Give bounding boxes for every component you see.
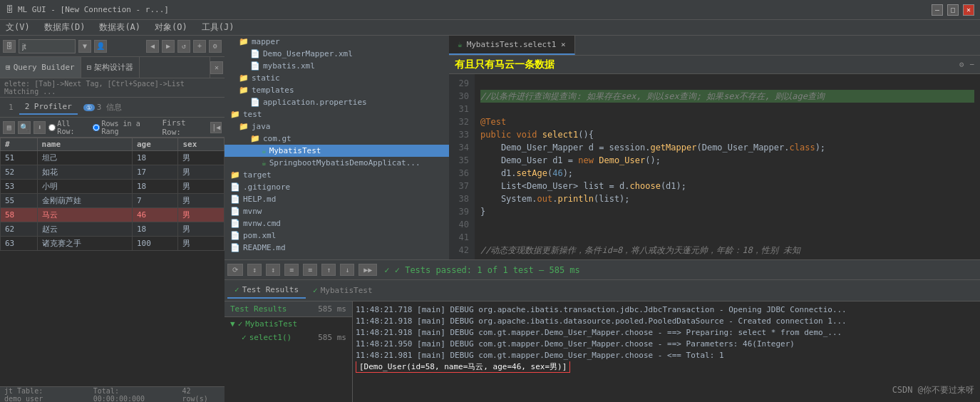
down-icon[interactable]: ↓	[340, 264, 354, 276]
expand-tab-icon: ✓	[313, 286, 318, 295]
table-row[interactable]: 51 坦己 18 男	[1, 151, 225, 165]
nav-next-icon[interactable]: ▶	[162, 40, 175, 53]
line-num: 37	[455, 180, 469, 192]
format2-icon[interactable]: ≡	[303, 264, 317, 276]
cell-sex: 男	[178, 222, 225, 237]
grid-icon[interactable]: ▤	[3, 121, 15, 134]
code-editor[interactable]: 293031323334353637383940414243444546 //以…	[449, 74, 980, 259]
settings-icon[interactable]: ⚙	[209, 40, 222, 53]
skip-icon[interactable]: ▶▶	[359, 264, 377, 276]
table-row[interactable]: 53 小明 18 男	[1, 180, 225, 194]
tree-item-.gitignore[interactable]: 📄 .gitignore	[225, 181, 449, 193]
table-row[interactable]: 63 诸克赛之手 100 男	[1, 237, 225, 251]
test-results-header: Test Results 585 ms	[225, 302, 352, 317]
tree-item-springbootmybatisdem[interactable]: ☕ SpringbootMybatisDemoApplicat...	[225, 157, 449, 169]
file-icon: 📄	[230, 243, 240, 252]
bottom-panel: ⟳ ↕ ↕ ≡ ≡ ↑ ↓ ▶▶ ✓ ✓ Tests passed: 1 of …	[225, 259, 980, 402]
schema-designer-tab[interactable]: ⊟ 架构设计器	[81, 57, 140, 78]
result-tab-info[interactable]: ① 3 信息	[78, 100, 128, 115]
menu-file[interactable]: 文(V)	[3, 20, 33, 35]
log-line: 11:48:21.950 [main] DEBUG com.gt.mapper.…	[356, 339, 977, 350]
tree-item-demo_usermapper.xml[interactable]: 📄 Demo_UserMapper.xml	[225, 48, 449, 60]
line-num: 30	[455, 90, 469, 103]
code-content[interactable]: //以条件进行查询提查询: 如果存在sex, 则以sex查询; 如果sex不存在…	[475, 74, 980, 259]
nav-first-button[interactable]: |◀	[210, 122, 222, 133]
tree-item-mvnw.cmd[interactable]: 📄 mvnw.cmd	[225, 217, 449, 230]
rows-range-label[interactable]: Rows in a Rang	[93, 120, 159, 135]
menu-table[interactable]: 数据表(A)	[96, 20, 143, 35]
menu-tools[interactable]: 工具(J)	[199, 20, 237, 35]
window-controls[interactable]: — □ ✕	[932, 4, 974, 16]
gear-settings-icon[interactable]: ⚙	[959, 60, 964, 69]
minus-icon[interactable]: −	[969, 60, 974, 69]
sort-desc-icon[interactable]: ↕	[266, 264, 280, 276]
test-item-mybatistest[interactable]: ▼ ✓ MybatisTest	[225, 317, 352, 331]
sort-asc-icon[interactable]: ↕	[247, 264, 262, 276]
bottom-tabs: ✓ Test Results ✓ MybatisTest	[225, 280, 980, 302]
cell-name: 诸克赛之手	[37, 237, 132, 251]
file-tab-mybatistest[interactable]: ☕ MybatisTest.select1 ×	[449, 36, 575, 55]
tree-item-test[interactable]: 📁 test	[225, 108, 449, 120]
tree-item-readme.md[interactable]: 📄 README.md	[225, 242, 449, 254]
cell-name: 小明	[37, 180, 132, 194]
tree-item-templates[interactable]: 📁 templates	[225, 84, 449, 96]
add-icon[interactable]: +	[193, 40, 206, 53]
test-item-select1[interactable]: ✓ select1() 585 ms	[225, 331, 352, 344]
dropdown-icon[interactable]: ▼	[78, 40, 91, 53]
rows-range-radio[interactable]	[93, 124, 100, 131]
main-layout: 🗄 ▼ 👤 ◀ ▶ ↺ + ⚙ ⊞ Query Builder ⊟ 架构设计器 …	[0, 36, 980, 402]
cell-name: 金刚葫芦娃	[37, 194, 132, 208]
all-rows-radio[interactable]	[48, 124, 56, 131]
close-button[interactable]: ✕	[963, 4, 974, 16]
result-tab-profiler[interactable]: 2 Profiler	[19, 100, 78, 115]
all-rows-label[interactable]: All Row:	[48, 120, 90, 135]
menu-objects[interactable]: 对象(O)	[152, 20, 190, 35]
title-bar-left: 🗄 ML GUI - [New Connection - r...]	[6, 5, 169, 14]
minimize-button[interactable]: —	[932, 4, 943, 16]
refresh-icon[interactable]: ↺	[177, 40, 190, 53]
table-row[interactable]: 52 如花 17 男	[1, 165, 225, 180]
table-row[interactable]: 62 赵云 18 男	[1, 222, 225, 237]
editor-main: 293031323334353637383940414243444546 //以…	[449, 74, 980, 259]
nav-prev-icon[interactable]: ◀	[146, 40, 159, 53]
user-icon[interactable]: 👤	[94, 40, 107, 53]
tree-item-mvnw[interactable]: 📄 mvnw	[225, 205, 449, 217]
folder-icon: 📁	[239, 86, 249, 95]
tree-item-target[interactable]: 📁 target	[225, 169, 449, 181]
filter-icon[interactable]: 🔍	[18, 121, 30, 134]
table-row[interactable]: 58 马云 46 男	[1, 208, 225, 222]
menu-database[interactable]: 数据库(D)	[41, 20, 88, 35]
mybatis-test-tab[interactable]: ✓ MybatisTest	[306, 283, 379, 298]
tree-item-pom.xml[interactable]: 📄 pom.xml	[225, 230, 449, 242]
close-panel-icon[interactable]: ✕	[210, 61, 223, 74]
tree-item-mybatistest[interactable]: ☕ MybatisTest	[225, 145, 449, 157]
maximize-button[interactable]: □	[947, 4, 959, 16]
result-tab-1[interactable]: 1	[3, 100, 19, 114]
tree-item-label: MybatisTest	[269, 146, 321, 155]
tree-item-java[interactable]: 📁 java	[225, 120, 449, 133]
tree-item-help.md[interactable]: 📄 HELP.md	[225, 193, 449, 205]
cell-sex: 男	[178, 237, 225, 251]
tree-item-label: application.properties	[263, 98, 367, 107]
format-icon[interactable]: ≡	[284, 264, 299, 276]
connection-input[interactable]	[19, 39, 76, 53]
tree-item-mybatis.xml[interactable]: 📄 mybatis.xml	[225, 60, 449, 72]
cell-sex: 男	[178, 194, 225, 208]
table-row[interactable]: 55 金刚葫芦娃 7 男	[1, 194, 225, 208]
tree-item-mapper[interactable]: 📁 mapper	[225, 36, 449, 48]
up-icon[interactable]: ↑	[321, 264, 336, 276]
line-num: 36	[455, 167, 469, 180]
xml-icon: 📄	[230, 231, 240, 240]
db-icon[interactable]: 🗄	[3, 40, 16, 53]
tree-item-com.gt[interactable]: 📁 com.gt	[225, 133, 449, 145]
test-results-panel: Test Results 585 ms ▼ ✓ MybatisTest ✓ se…	[225, 302, 353, 402]
query-builder-tab[interactable]: ⊞ Query Builder	[0, 57, 81, 78]
tree-item-static[interactable]: 📁 static	[225, 72, 449, 84]
row-num: 51	[1, 151, 38, 165]
line-numbers: 293031323334353637383940414243444546	[449, 74, 475, 259]
tree-item-application.properti[interactable]: 📄 application.properties	[225, 96, 449, 108]
test-results-tab[interactable]: ✓ Test Results	[227, 282, 306, 299]
code-line: @Test	[480, 115, 974, 128]
export-icon[interactable]: ⬇	[33, 121, 46, 134]
run-button[interactable]: ⟳	[227, 264, 243, 276]
